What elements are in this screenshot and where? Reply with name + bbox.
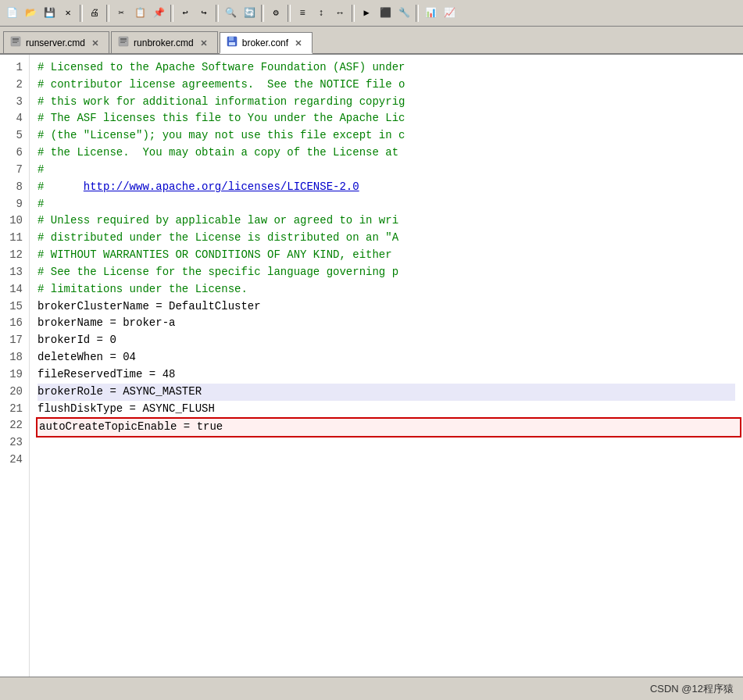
toolbar15-button[interactable]: 📊	[422, 5, 439, 22]
svg-rect-8	[120, 41, 127, 41]
line-num-15: 15	[6, 298, 23, 316]
sep4-separator	[216, 5, 219, 22]
toolbar14-button[interactable]: 🔧	[395, 5, 413, 22]
status-bar: CSDN @12程序猿	[0, 677, 743, 700]
svg-rect-1	[13, 38, 19, 40]
save-file-button[interactable]: 💾	[41, 5, 58, 22]
line-num-9: 9	[6, 196, 23, 213]
line-num-20: 20	[6, 384, 23, 401]
print-button[interactable]: 🖨	[86, 5, 103, 22]
cmd-icon	[118, 36, 129, 49]
code-line-14: # limitations under the License.	[38, 281, 735, 298]
code-line-10: # Unless required by applicable law or a…	[38, 212, 735, 230]
code-line-16: brokerClusterName = DefaultCluster	[38, 298, 735, 316]
code-line-22: flushDiskType = ASYNC_FLUSH	[38, 401, 735, 418]
code-line-20: fileReservedTime = 48	[38, 366, 735, 384]
search-button[interactable]: 🔍	[222, 5, 239, 22]
line-num-22: 22	[6, 417, 23, 434]
code-line-4: # The ASF licenses this file to You unde…	[38, 110, 735, 127]
line-num-7: 7	[6, 162, 23, 179]
toolbar: 📄📂💾✕🖨✂📋📌↩↪🔍🔄⚙≡↕↔▶⬛🔧📊📈	[0, 0, 743, 27]
code-line-19: deleteWhen = 04	[38, 349, 735, 366]
tab-runserver-close[interactable]	[90, 38, 101, 48]
code-line-17: brokerName = broker-a	[38, 315, 735, 332]
tab-runbroker[interactable]: runbroker.cmd	[111, 31, 218, 53]
line-num-6: 6	[6, 145, 23, 162]
svg-rect-7	[120, 38, 127, 40]
toolbar11-button[interactable]: ↔	[331, 5, 348, 22]
code-line-9: #	[38, 196, 735, 213]
settings-button[interactable]: ⚙	[267, 5, 284, 22]
close-file-button[interactable]: ✕	[59, 5, 77, 22]
tab-broker-conf[interactable]: broker.conf	[220, 32, 313, 54]
tab-runserver[interactable]: runserver.cmd	[3, 31, 109, 53]
tab-runserver-label: runserver.cmd	[26, 38, 85, 48]
svg-rect-2	[13, 41, 19, 41]
line-num-10: 10	[6, 212, 23, 230]
cmd-icon	[10, 36, 21, 49]
line-num-17: 17	[6, 332, 23, 349]
code-line-23: autoCreateTopicEnable = true	[36, 417, 741, 438]
line-num-2: 2	[6, 77, 23, 94]
line-num-12: 12	[6, 247, 23, 264]
line-num-5: 5	[6, 127, 23, 145]
open-file-button[interactable]: 📂	[22, 5, 39, 22]
code-line-5: # (the "License"); you may not use this …	[38, 127, 735, 145]
sep6-separator	[288, 5, 291, 22]
line-num-3: 3	[6, 94, 23, 111]
line-num-1: 1	[6, 59, 23, 77]
paste-button[interactable]: 📌	[150, 5, 167, 22]
line-num-14: 14	[6, 281, 23, 298]
code-line-11: # distributed under the License is distr…	[38, 230, 735, 247]
tab-runbroker-label: runbroker.cmd	[134, 38, 194, 48]
code-line-18: brokerId = 0	[38, 332, 735, 349]
comment-hash: #	[38, 180, 84, 193]
code-line-13: # See the License for the specific langu…	[38, 264, 735, 281]
line-num-4: 4	[6, 110, 23, 127]
tab-broker-conf-label: broker.conf	[242, 38, 288, 48]
tab-runbroker-close[interactable]	[198, 38, 209, 48]
line-num-11: 11	[6, 230, 23, 247]
line-num-13: 13	[6, 264, 23, 281]
sep8-separator	[416, 5, 419, 22]
tabs-bar: runserver.cmd runbroker.cmd broker.conf	[0, 27, 743, 55]
line-num-23: 23	[6, 434, 23, 452]
copy-button[interactable]: 📋	[131, 5, 148, 22]
line-numbers: 123456789101112131415161718192021222324	[0, 55, 30, 677]
line-num-24: 24	[6, 452, 23, 469]
sep2-separator	[106, 5, 109, 22]
toolbar16-button[interactable]: 📈	[441, 5, 458, 22]
code-line-3: # this work for additional information r…	[38, 94, 735, 111]
toolbar10-button[interactable]: ↕	[313, 5, 330, 22]
code-line-1: # Licensed to the Apache Software Founda…	[38, 59, 735, 77]
editor-container: 123456789101112131415161718192021222324 …	[0, 55, 743, 677]
line-num-21: 21	[6, 401, 23, 418]
code-content[interactable]: # Licensed to the Apache Software Founda…	[30, 55, 743, 677]
new-file-button[interactable]: 📄	[3, 5, 20, 22]
toolbar9-button[interactable]: ≡	[294, 5, 311, 22]
line-num-19: 19	[6, 366, 23, 384]
line-num-8: 8	[6, 179, 23, 196]
code-line-21: brokerRole = ASYNC_MASTER	[38, 384, 735, 401]
status-text: CSDN @12程序猿	[650, 682, 734, 696]
license-link[interactable]: http://www.apache.org/licenses/LICENSE-2…	[84, 180, 359, 193]
svg-rect-9	[120, 42, 125, 43]
toolbar13-button[interactable]: ⬛	[377, 5, 394, 22]
sep1-separator	[80, 5, 83, 22]
sep3-separator	[170, 5, 173, 22]
svg-rect-14	[229, 42, 235, 45]
line-num-18: 18	[6, 349, 23, 366]
conf-icon	[227, 36, 238, 49]
tab-broker-conf-close[interactable]	[293, 38, 304, 48]
sep5-separator	[261, 5, 264, 22]
redo-button[interactable]: ↪	[195, 5, 213, 22]
code-line-6: # the License. You may obtain a copy of …	[38, 145, 735, 162]
cut-button[interactable]: ✂	[113, 5, 130, 22]
code-line-8: # http://www.apache.org/licenses/LICENSE…	[38, 179, 735, 196]
line-num-16: 16	[6, 315, 23, 332]
code-line-7: #	[38, 162, 735, 179]
toolbar12-button[interactable]: ▶	[358, 5, 375, 22]
replace-button[interactable]: 🔄	[241, 5, 258, 22]
undo-button[interactable]: ↩	[177, 5, 194, 22]
svg-rect-13	[229, 37, 234, 41]
